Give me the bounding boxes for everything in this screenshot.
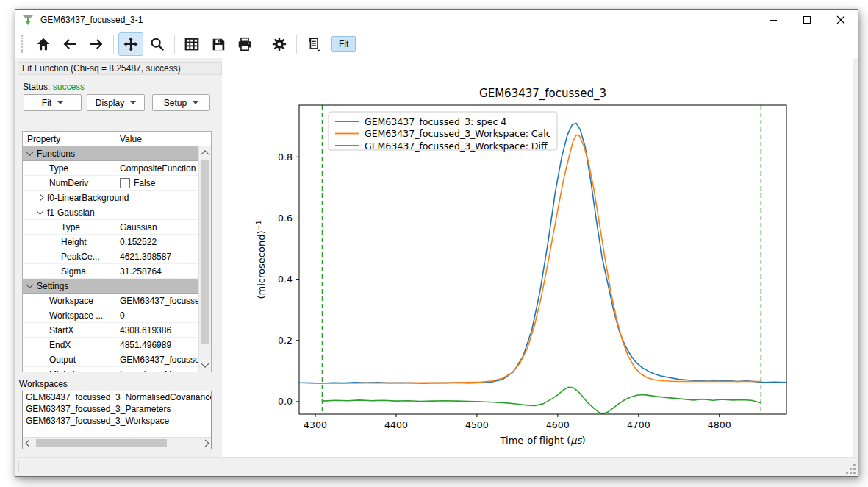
chevron-down-icon [57, 101, 63, 104]
property-row[interactable]: Height0.152522 [23, 235, 199, 249]
property-row[interactable]: OutputGEM63437_focusse... [23, 352, 199, 367]
workspaces-hscrollbar[interactable] [23, 437, 211, 449]
statusbar-separator [18, 461, 19, 472]
expand-chevron-right-icon[interactable] [37, 194, 44, 202]
workspace-list-item[interactable]: GEM63437_focussed_3_NormalisedCovariance… [23, 391, 211, 403]
print-button[interactable] [232, 32, 257, 56]
fit-toggle-button[interactable]: Fit [331, 36, 356, 52]
property-label: StartX [49, 325, 73, 335]
figure-canvas[interactable]: GEM63437_focussed_3430044004500460047004… [222, 57, 853, 458]
property-row[interactable]: f1-Gaussian [23, 205, 199, 220]
workspace-list-item[interactable]: GEM63437_focussed_3_Parameters [23, 403, 211, 415]
fit-plot[interactable]: GEM63437_focussed_3430044004500460047004… [222, 57, 853, 458]
gear-icon [271, 36, 287, 52]
title-bar[interactable]: GEM63437_focussed_3-1 [15, 10, 858, 30]
property-value[interactable]: 4621.398587 [120, 252, 171, 262]
property-row[interactable]: WorkspaceGEM63437_focusse... [23, 294, 199, 308]
chevron-down-icon [201, 360, 209, 368]
expand-chevron-down-icon[interactable] [26, 149, 34, 156]
forward-button[interactable] [84, 32, 109, 56]
property-label: PeakCe... [61, 252, 100, 262]
setup-menu-button[interactable]: Setup [152, 94, 210, 111]
subplots-button[interactable] [179, 32, 204, 56]
scroll-left-arrow[interactable] [23, 438, 35, 449]
chevron-right-icon [201, 440, 209, 447]
property-row[interactable]: EndX4851.496989 [23, 338, 199, 352]
printer-icon [237, 36, 253, 52]
scroll-right-arrow[interactable] [199, 438, 211, 449]
x-tick-label: 4800 [708, 419, 731, 430]
scroll-up-arrow[interactable] [199, 146, 211, 158]
pan-button[interactable] [118, 32, 143, 56]
property-value[interactable]: 4308.619386 [120, 325, 171, 335]
property-row[interactable]: StartX4308.619386 [23, 323, 199, 338]
fit-menu-button[interactable]: Fit [24, 94, 82, 111]
resize-grip[interactable] [846, 464, 856, 474]
back-button[interactable] [57, 32, 82, 56]
property-label: Workspace ... [49, 310, 103, 321]
customize-button[interactable] [267, 32, 292, 56]
save-button[interactable] [206, 32, 231, 56]
series-line-0 [299, 124, 786, 384]
property-value[interactable]: CompositeFunction [120, 163, 196, 174]
y-tick-label: 0.6 [278, 213, 293, 224]
workspaces-label: Workspaces [19, 379, 68, 389]
property-row[interactable]: PeakCe...4621.398587 [23, 249, 199, 264]
generate-script-button[interactable] [301, 32, 326, 56]
property-label: Minimizer [49, 369, 87, 373]
zoom-button[interactable] [145, 32, 170, 56]
close-button[interactable] [824, 10, 858, 30]
scroll-down-arrow[interactable] [199, 360, 211, 372]
hscrollbar-thumb[interactable] [36, 439, 167, 447]
arrow-right-icon [88, 36, 104, 52]
x-tick-label: 4400 [384, 419, 408, 430]
chart-title: GEM63437_focussed_3 [479, 87, 606, 101]
expand-chevron-down-icon[interactable] [26, 281, 34, 288]
x-tick-label: 4500 [465, 419, 489, 430]
property-value[interactable]: 0.152522 [120, 237, 157, 247]
magnifier-icon [149, 36, 165, 52]
property-label: NumDeriv [49, 178, 88, 188]
toolbar-separator [296, 35, 297, 54]
workspace-list-item[interactable]: GEM63437_focussed_3_Workspace [23, 415, 211, 427]
property-row[interactable]: Workspace ...0 [23, 308, 199, 323]
property-label: Type [49, 163, 68, 174]
main-content: Fit Function (Chi-sq = 8.25487, success)… [15, 58, 858, 458]
toolbar-separator [174, 35, 175, 54]
y-tick-label: 0.0 [278, 396, 293, 407]
property-row[interactable]: Sigma31.258764 [23, 264, 199, 279]
property-value[interactable]: Levenberg-Marqua... [120, 369, 199, 373]
expand-chevron-down-icon[interactable] [37, 207, 44, 215]
property-row[interactable]: TypeCompositeFunction [23, 161, 199, 176]
home-icon [35, 36, 51, 52]
property-value[interactable]: 0 [120, 310, 125, 321]
property-label: Sigma [61, 266, 86, 277]
home-button[interactable] [31, 32, 56, 56]
chevron-down-icon [130, 101, 136, 104]
property-row[interactable]: NumDerivFalse [23, 176, 199, 191]
property-label: Functions [37, 149, 75, 159]
property-value[interactable]: GEM63437_focusse... [120, 296, 199, 306]
display-menu-button[interactable]: Display [87, 94, 145, 111]
chevron-left-icon [25, 440, 32, 447]
save-icon [210, 36, 226, 52]
property-value[interactable]: GEM63437_focusse... [120, 355, 199, 365]
property-row[interactable]: f0-LinearBackground [23, 191, 199, 205]
property-row[interactable]: MinimizerLevenberg-Marqua... [23, 367, 199, 372]
scrollbar-thumb[interactable] [201, 160, 209, 344]
property-value[interactable]: False [134, 178, 155, 188]
maximize-button[interactable] [790, 10, 824, 30]
property-value[interactable]: Gaussian [120, 222, 157, 232]
property-row[interactable]: TypeGaussian [23, 220, 199, 235]
property-section-row[interactable]: Functions [23, 146, 199, 161]
property-value[interactable]: 31.258764 [120, 266, 162, 277]
checkbox[interactable] [120, 178, 130, 188]
arrow-left-icon [62, 36, 78, 52]
property-table-scrollbar[interactable] [198, 146, 211, 372]
minimize-button[interactable] [756, 10, 790, 30]
property-value[interactable]: 4851.496989 [120, 340, 171, 350]
grid-icon [184, 36, 200, 52]
property-section-row[interactable]: Settings [23, 279, 199, 294]
fit-menu-label: Fit [42, 98, 51, 108]
toolbar-drag-handle[interactable] [21, 35, 26, 53]
